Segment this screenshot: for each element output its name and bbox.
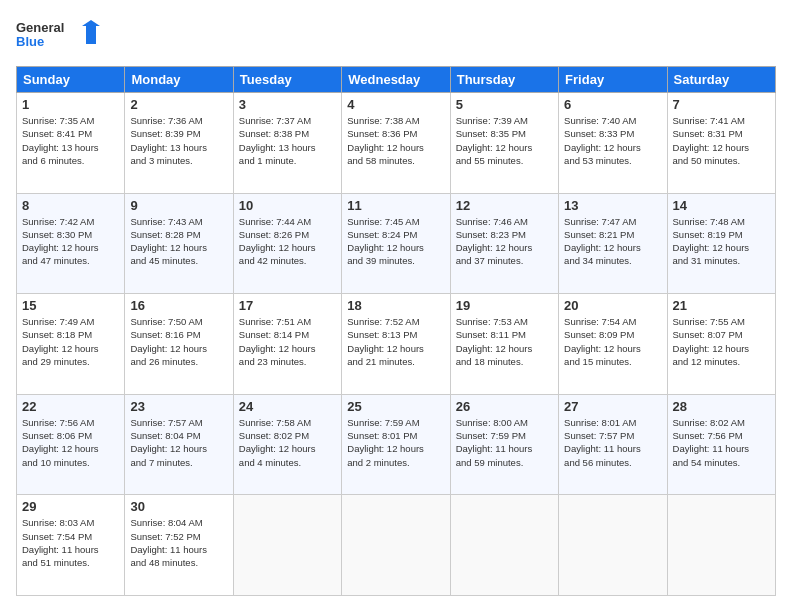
day-cell: 21Sunrise: 7:55 AMSunset: 8:07 PMDayligh… xyxy=(667,294,775,395)
day-cell: 3Sunrise: 7:37 AMSunset: 8:38 PMDaylight… xyxy=(233,93,341,194)
day-cell: 2Sunrise: 7:36 AMSunset: 8:39 PMDaylight… xyxy=(125,93,233,194)
day-info: Sunrise: 7:58 AMSunset: 8:02 PMDaylight:… xyxy=(239,416,336,469)
day-cell: 19Sunrise: 7:53 AMSunset: 8:11 PMDayligh… xyxy=(450,294,558,395)
day-cell: 4Sunrise: 7:38 AMSunset: 8:36 PMDaylight… xyxy=(342,93,450,194)
day-number: 1 xyxy=(22,97,119,112)
week-row-5: 29Sunrise: 8:03 AMSunset: 7:54 PMDayligh… xyxy=(17,495,776,596)
day-cell xyxy=(450,495,558,596)
day-number: 18 xyxy=(347,298,444,313)
day-info: Sunrise: 7:54 AMSunset: 8:09 PMDaylight:… xyxy=(564,315,661,368)
day-number: 21 xyxy=(673,298,770,313)
day-number: 17 xyxy=(239,298,336,313)
day-number: 13 xyxy=(564,198,661,213)
day-cell: 17Sunrise: 7:51 AMSunset: 8:14 PMDayligh… xyxy=(233,294,341,395)
day-info: Sunrise: 7:45 AMSunset: 8:24 PMDaylight:… xyxy=(347,215,444,268)
day-cell: 1Sunrise: 7:35 AMSunset: 8:41 PMDaylight… xyxy=(17,93,125,194)
day-info: Sunrise: 7:41 AMSunset: 8:31 PMDaylight:… xyxy=(673,114,770,167)
week-row-1: 1Sunrise: 7:35 AMSunset: 8:41 PMDaylight… xyxy=(17,93,776,194)
day-cell: 12Sunrise: 7:46 AMSunset: 8:23 PMDayligh… xyxy=(450,193,558,294)
weekday-friday: Friday xyxy=(559,67,667,93)
day-number: 10 xyxy=(239,198,336,213)
day-info: Sunrise: 8:04 AMSunset: 7:52 PMDaylight:… xyxy=(130,516,227,569)
day-cell: 8Sunrise: 7:42 AMSunset: 8:30 PMDaylight… xyxy=(17,193,125,294)
day-number: 15 xyxy=(22,298,119,313)
day-cell xyxy=(233,495,341,596)
day-info: Sunrise: 7:52 AMSunset: 8:13 PMDaylight:… xyxy=(347,315,444,368)
day-cell: 5Sunrise: 7:39 AMSunset: 8:35 PMDaylight… xyxy=(450,93,558,194)
weekday-wednesday: Wednesday xyxy=(342,67,450,93)
day-cell xyxy=(559,495,667,596)
weekday-thursday: Thursday xyxy=(450,67,558,93)
day-info: Sunrise: 7:35 AMSunset: 8:41 PMDaylight:… xyxy=(22,114,119,167)
day-cell: 20Sunrise: 7:54 AMSunset: 8:09 PMDayligh… xyxy=(559,294,667,395)
day-cell: 24Sunrise: 7:58 AMSunset: 8:02 PMDayligh… xyxy=(233,394,341,495)
logo-svg: General Blue xyxy=(16,16,106,56)
week-row-2: 8Sunrise: 7:42 AMSunset: 8:30 PMDaylight… xyxy=(17,193,776,294)
day-info: Sunrise: 7:44 AMSunset: 8:26 PMDaylight:… xyxy=(239,215,336,268)
day-number: 4 xyxy=(347,97,444,112)
day-info: Sunrise: 7:38 AMSunset: 8:36 PMDaylight:… xyxy=(347,114,444,167)
day-number: 26 xyxy=(456,399,553,414)
day-info: Sunrise: 8:02 AMSunset: 7:56 PMDaylight:… xyxy=(673,416,770,469)
page: General Blue SundayMondayTuesdayWednesda… xyxy=(0,0,792,612)
day-info: Sunrise: 7:51 AMSunset: 8:14 PMDaylight:… xyxy=(239,315,336,368)
day-number: 24 xyxy=(239,399,336,414)
day-number: 14 xyxy=(673,198,770,213)
day-cell: 23Sunrise: 7:57 AMSunset: 8:04 PMDayligh… xyxy=(125,394,233,495)
day-info: Sunrise: 7:53 AMSunset: 8:11 PMDaylight:… xyxy=(456,315,553,368)
day-cell: 27Sunrise: 8:01 AMSunset: 7:57 PMDayligh… xyxy=(559,394,667,495)
day-info: Sunrise: 7:46 AMSunset: 8:23 PMDaylight:… xyxy=(456,215,553,268)
day-number: 8 xyxy=(22,198,119,213)
day-cell: 13Sunrise: 7:47 AMSunset: 8:21 PMDayligh… xyxy=(559,193,667,294)
day-info: Sunrise: 7:56 AMSunset: 8:06 PMDaylight:… xyxy=(22,416,119,469)
day-cell: 6Sunrise: 7:40 AMSunset: 8:33 PMDaylight… xyxy=(559,93,667,194)
day-number: 5 xyxy=(456,97,553,112)
day-info: Sunrise: 7:57 AMSunset: 8:04 PMDaylight:… xyxy=(130,416,227,469)
day-info: Sunrise: 8:01 AMSunset: 7:57 PMDaylight:… xyxy=(564,416,661,469)
header: General Blue xyxy=(16,16,776,56)
day-info: Sunrise: 7:37 AMSunset: 8:38 PMDaylight:… xyxy=(239,114,336,167)
day-cell: 26Sunrise: 8:00 AMSunset: 7:59 PMDayligh… xyxy=(450,394,558,495)
day-info: Sunrise: 7:47 AMSunset: 8:21 PMDaylight:… xyxy=(564,215,661,268)
day-number: 3 xyxy=(239,97,336,112)
day-number: 27 xyxy=(564,399,661,414)
day-info: Sunrise: 7:50 AMSunset: 8:16 PMDaylight:… xyxy=(130,315,227,368)
day-number: 28 xyxy=(673,399,770,414)
day-info: Sunrise: 7:39 AMSunset: 8:35 PMDaylight:… xyxy=(456,114,553,167)
day-cell: 22Sunrise: 7:56 AMSunset: 8:06 PMDayligh… xyxy=(17,394,125,495)
day-number: 6 xyxy=(564,97,661,112)
day-info: Sunrise: 7:40 AMSunset: 8:33 PMDaylight:… xyxy=(564,114,661,167)
day-cell: 30Sunrise: 8:04 AMSunset: 7:52 PMDayligh… xyxy=(125,495,233,596)
day-cell xyxy=(667,495,775,596)
day-cell: 11Sunrise: 7:45 AMSunset: 8:24 PMDayligh… xyxy=(342,193,450,294)
day-cell: 18Sunrise: 7:52 AMSunset: 8:13 PMDayligh… xyxy=(342,294,450,395)
svg-marker-2 xyxy=(82,20,100,44)
day-info: Sunrise: 8:00 AMSunset: 7:59 PMDaylight:… xyxy=(456,416,553,469)
day-number: 23 xyxy=(130,399,227,414)
day-cell: 15Sunrise: 7:49 AMSunset: 8:18 PMDayligh… xyxy=(17,294,125,395)
week-row-4: 22Sunrise: 7:56 AMSunset: 8:06 PMDayligh… xyxy=(17,394,776,495)
day-number: 16 xyxy=(130,298,227,313)
day-cell xyxy=(342,495,450,596)
day-cell: 29Sunrise: 8:03 AMSunset: 7:54 PMDayligh… xyxy=(17,495,125,596)
svg-text:Blue: Blue xyxy=(16,34,44,49)
day-cell: 16Sunrise: 7:50 AMSunset: 8:16 PMDayligh… xyxy=(125,294,233,395)
day-info: Sunrise: 7:36 AMSunset: 8:39 PMDaylight:… xyxy=(130,114,227,167)
day-cell: 7Sunrise: 7:41 AMSunset: 8:31 PMDaylight… xyxy=(667,93,775,194)
day-number: 20 xyxy=(564,298,661,313)
day-number: 12 xyxy=(456,198,553,213)
weekday-saturday: Saturday xyxy=(667,67,775,93)
day-info: Sunrise: 7:48 AMSunset: 8:19 PMDaylight:… xyxy=(673,215,770,268)
logo: General Blue xyxy=(16,16,106,56)
day-number: 22 xyxy=(22,399,119,414)
day-cell: 14Sunrise: 7:48 AMSunset: 8:19 PMDayligh… xyxy=(667,193,775,294)
svg-text:General: General xyxy=(16,20,64,35)
weekday-monday: Monday xyxy=(125,67,233,93)
day-info: Sunrise: 7:49 AMSunset: 8:18 PMDaylight:… xyxy=(22,315,119,368)
calendar-table: SundayMondayTuesdayWednesdayThursdayFrid… xyxy=(16,66,776,596)
day-number: 11 xyxy=(347,198,444,213)
day-info: Sunrise: 7:42 AMSunset: 8:30 PMDaylight:… xyxy=(22,215,119,268)
day-info: Sunrise: 8:03 AMSunset: 7:54 PMDaylight:… xyxy=(22,516,119,569)
weekday-sunday: Sunday xyxy=(17,67,125,93)
day-number: 30 xyxy=(130,499,227,514)
